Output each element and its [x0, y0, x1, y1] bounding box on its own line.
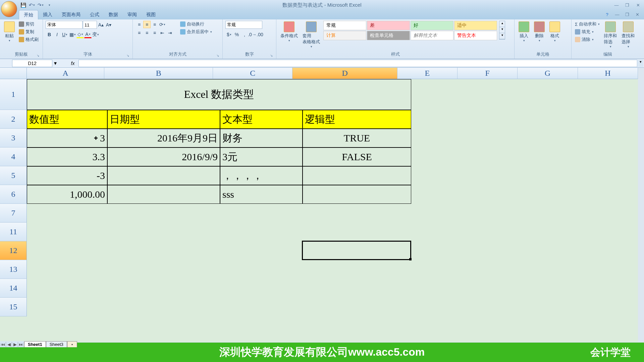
cell[interactable]: -3	[27, 166, 107, 185]
cell[interactable]: 3元	[220, 147, 303, 166]
indent-increase-icon[interactable]: ⇥	[166, 29, 174, 37]
cell[interactable]	[107, 166, 220, 185]
cell[interactable]: FALSE	[303, 147, 411, 166]
dialog-launcher-icon[interactable]: ↘	[126, 54, 129, 57]
cell[interactable]: TRUE	[303, 129, 411, 147]
borders-button[interactable]: ▦▾	[69, 31, 76, 38]
select-all-corner[interactable]	[0, 68, 27, 79]
undo-icon[interactable]: ↶▾	[28, 1, 36, 9]
tab-公式[interactable]: 公式	[85, 10, 104, 19]
close-icon[interactable]: ✕	[634, 2, 642, 8]
tab-插入[interactable]: 插入	[38, 10, 57, 19]
dialog-launcher-icon[interactable]: ↘	[37, 54, 39, 57]
col-header-H[interactable]: H	[578, 68, 638, 79]
accounting-format-icon[interactable]: $▾	[225, 31, 233, 38]
align-bottom-icon[interactable]: ≡	[151, 21, 158, 28]
redo-icon[interactable]: ↷▾	[37, 1, 44, 9]
clear-button[interactable]: 清除▾	[574, 36, 600, 43]
col-header-D[interactable]: D	[292, 68, 397, 79]
tab-nav-next-icon[interactable]: ▶	[12, 342, 18, 347]
align-center-icon[interactable]: ≡	[143, 29, 151, 37]
orientation-icon[interactable]: ⟳▾	[159, 21, 166, 28]
row-header-7[interactable]: 7	[0, 204, 27, 223]
format-as-table-button[interactable]: 套用 表格格式▾	[301, 21, 321, 49]
paste-button[interactable]: 粘贴▾	[3, 21, 16, 43]
tab-nav-prev-icon[interactable]: ◀	[6, 342, 12, 347]
cell[interactable]	[303, 166, 411, 185]
sheet-tab-Sheet3[interactable]: Sheet3	[46, 341, 67, 347]
underline-button[interactable]: U▾	[61, 31, 68, 38]
conditional-format-button[interactable]: 条件格式▾	[279, 21, 299, 43]
style-差[interactable]: 差	[367, 21, 410, 30]
shrink-font-icon[interactable]: A▾	[105, 21, 112, 28]
find-select-button[interactable]: 查找和 选择▾	[620, 21, 636, 49]
cell[interactable]: sss	[220, 185, 303, 204]
col-header-A[interactable]: A	[27, 68, 104, 79]
cell[interactable]: Excel 数据类型	[27, 79, 411, 110]
font-color-button[interactable]: A▾	[84, 31, 92, 38]
style-好[interactable]: 好	[411, 21, 453, 30]
italic-button[interactable]: I	[53, 31, 61, 38]
restore-icon[interactable]: ❐	[623, 2, 631, 8]
cell[interactable]: 日期型	[107, 110, 220, 129]
style-常规[interactable]: 常规	[323, 21, 366, 30]
row-headers[interactable]: 12345671112131415	[0, 79, 27, 316]
cut-button[interactable]: 剪切	[18, 21, 39, 27]
autosum-button[interactable]: Σ 自动求和▾	[574, 21, 600, 27]
format-painter-button[interactable]: 格式刷	[18, 36, 39, 43]
fill-color-button[interactable]: ◇▾	[76, 31, 84, 38]
style-警告文本[interactable]: 警告文本	[454, 31, 497, 40]
doc-restore-icon[interactable]: ❐	[623, 11, 631, 17]
insert-cells-button[interactable]: 插入▾	[517, 21, 531, 43]
formula-bar-expand-icon[interactable]: ▾	[638, 60, 643, 67]
cell[interactable]: 3.3	[27, 147, 107, 166]
merge-center-button[interactable]: 合并后居中▾	[179, 28, 213, 35]
cell[interactable]: 文本型	[220, 110, 303, 129]
cell[interactable]	[303, 185, 411, 204]
tab-页面布局[interactable]: 页面布局	[57, 10, 85, 19]
row-header-12[interactable]: 12	[0, 241, 27, 260]
row-header-5[interactable]: 5	[0, 166, 27, 185]
cell[interactable]: 2016年9月9日	[107, 129, 220, 147]
doc-minimize-icon[interactable]: —	[613, 11, 621, 17]
office-button[interactable]	[1, 1, 17, 17]
formula-input[interactable]	[78, 60, 637, 67]
wrap-text-button[interactable]: 自动换行	[179, 21, 213, 27]
row-header-4[interactable]: 4	[0, 147, 27, 166]
worksheet-grid[interactable]: ABCDEFGH 12345671112131415 Excel 数据类型数值型…	[0, 68, 644, 352]
name-box-dropdown-icon[interactable]: ▾	[52, 60, 58, 66]
tab-nav-first-icon[interactable]: ⏮	[0, 342, 6, 347]
comma-format-icon[interactable]: ,	[241, 31, 248, 38]
name-box[interactable]: D12	[12, 60, 52, 67]
col-header-B[interactable]: B	[104, 68, 213, 79]
cells-area[interactable]: Excel 数据类型数值型日期型文本型逻辑型32016年9月9日财务TRUE3.…	[27, 79, 638, 342]
cell[interactable]: ，，，，	[220, 166, 303, 185]
doc-close-icon[interactable]: ✕	[633, 11, 641, 17]
col-header-F[interactable]: F	[458, 68, 518, 79]
gallery-scroll[interactable]: ▴▾▾	[499, 21, 505, 40]
dialog-launcher-icon[interactable]: ↘	[216, 54, 219, 57]
font-size-input[interactable]	[83, 21, 97, 29]
column-headers[interactable]: ABCDEFGH	[27, 68, 638, 79]
help-icon[interactable]: ?	[603, 11, 611, 17]
col-header-C[interactable]: C	[213, 68, 292, 79]
cell[interactable]	[107, 185, 220, 204]
row-header-11[interactable]: 11	[0, 223, 27, 241]
indent-decrease-icon[interactable]: ⇤	[159, 29, 166, 37]
minimize-icon[interactable]: —	[612, 2, 621, 8]
percent-format-icon[interactable]: %	[233, 31, 240, 38]
bold-button[interactable]: B	[46, 31, 53, 38]
style-检查单元格[interactable]: 检查单元格	[367, 31, 410, 40]
row-header-6[interactable]: 6	[0, 185, 27, 204]
copy-button[interactable]: 复制	[18, 28, 39, 35]
row-header-15[interactable]: 15	[0, 298, 27, 316]
align-middle-icon[interactable]: ≡	[143, 21, 151, 28]
font-name-input[interactable]	[46, 21, 83, 29]
tab-视图[interactable]: 视图	[142, 10, 160, 19]
grow-font-icon[interactable]: A▴	[97, 21, 105, 28]
save-icon[interactable]: 💾	[19, 1, 27, 9]
row-header-2[interactable]: 2	[0, 110, 27, 129]
cell[interactable]: 逻辑型	[303, 110, 411, 129]
col-header-G[interactable]: G	[518, 68, 578, 79]
tab-审阅[interactable]: 审阅	[123, 10, 142, 19]
